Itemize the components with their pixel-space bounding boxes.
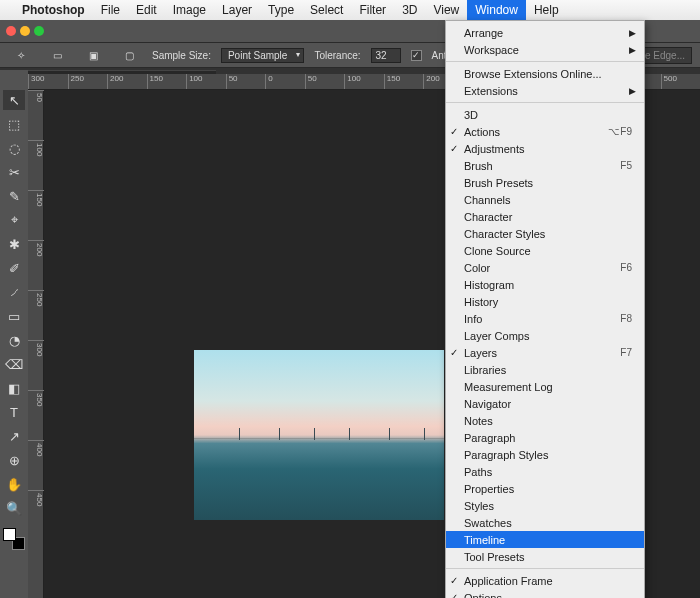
tool-button[interactable]: ✱	[3, 234, 25, 254]
menu-filter[interactable]: Filter	[351, 0, 394, 20]
menu-item-actions[interactable]: ✓Actions⌥F9	[446, 123, 644, 140]
tool-button[interactable]: ✐	[3, 258, 25, 278]
menu-item-timeline[interactable]: Timeline	[446, 531, 644, 548]
ruler-tick: 500	[661, 74, 701, 90]
menu-help[interactable]: Help	[526, 0, 567, 20]
menu-image[interactable]: Image	[165, 0, 214, 20]
menu-item-adjustments[interactable]: ✓Adjustments	[446, 140, 644, 157]
tool-button[interactable]: ↖	[3, 90, 25, 110]
menu-item-label: Navigator	[464, 398, 511, 410]
menu-item-label: Info	[464, 313, 482, 325]
menu-item-channels[interactable]: Channels	[446, 191, 644, 208]
menu-item-workspace[interactable]: Workspace▶	[446, 41, 644, 58]
tool-button[interactable]: ✎	[3, 186, 25, 206]
menu-item-styles[interactable]: Styles	[446, 497, 644, 514]
shortcut-label: F8	[620, 313, 632, 324]
menu-item-label: Arrange	[464, 27, 503, 39]
ruler-vertical[interactable]: 50100150200250300350400450	[28, 90, 44, 598]
tool-button[interactable]: ▭	[3, 306, 25, 326]
menu-edit[interactable]: Edit	[128, 0, 165, 20]
menu-item-history[interactable]: History	[446, 293, 644, 310]
menu-select[interactable]: Select	[302, 0, 351, 20]
tool-button[interactable]: ◌	[3, 138, 25, 158]
color-swatch[interactable]	[3, 528, 25, 550]
submenu-arrow-icon: ▶	[629, 45, 636, 55]
selection-add-icon[interactable]: ▣	[80, 44, 106, 66]
menu-file[interactable]: File	[93, 0, 128, 20]
ruler-tick: 250	[28, 290, 44, 340]
menu-item-paragraph[interactable]: Paragraph	[446, 429, 644, 446]
tool-button[interactable]: ⌫	[3, 354, 25, 374]
menu-item-label: Swatches	[464, 517, 512, 529]
tool-button[interactable]: T	[3, 402, 25, 422]
menu-3d[interactable]: 3D	[394, 0, 425, 20]
menu-item-brush-presets[interactable]: Brush Presets	[446, 174, 644, 191]
menu-item-clone-source[interactable]: Clone Source	[446, 242, 644, 259]
menu-item-label: Extensions	[464, 85, 518, 97]
menu-item-arrange[interactable]: Arrange▶	[446, 24, 644, 41]
tool-button[interactable]: 🔍	[3, 498, 25, 518]
menu-item-layers[interactable]: ✓LayersF7	[446, 344, 644, 361]
menu-item-label: Layers	[464, 347, 497, 359]
menu-item-navigator[interactable]: Navigator	[446, 395, 644, 412]
menu-window[interactable]: Window	[467, 0, 526, 20]
menu-item-options[interactable]: ✓Options	[446, 589, 644, 598]
menu-item-paths[interactable]: Paths	[446, 463, 644, 480]
tolerance-input[interactable]: 32	[371, 48, 401, 63]
minimize-icon[interactable]	[20, 26, 30, 36]
tool-button[interactable]: ✋	[3, 474, 25, 494]
menu-item-label: Paragraph	[464, 432, 515, 444]
menu-item-histogram[interactable]: Histogram	[446, 276, 644, 293]
tool-button[interactable]: ⊕	[3, 450, 25, 470]
tool-button[interactable]: ⌖	[3, 210, 25, 230]
menu-item-label: Adjustments	[464, 143, 525, 155]
tool-button[interactable]: ◧	[3, 378, 25, 398]
app-name[interactable]: Photoshop	[14, 3, 93, 17]
menu-item-character-styles[interactable]: Character Styles	[446, 225, 644, 242]
sample-size-select[interactable]: Point Sample	[221, 48, 304, 63]
menu-item-application-frame[interactable]: ✓Application Frame	[446, 572, 644, 589]
menu-item-label: Brush Presets	[464, 177, 533, 189]
menu-item-info[interactable]: InfoF8	[446, 310, 644, 327]
menu-item-label: Brush	[464, 160, 493, 172]
menu-item-libraries[interactable]: Libraries	[446, 361, 644, 378]
canvas-image[interactable]	[194, 350, 444, 520]
ruler-tick: 250	[68, 74, 108, 90]
check-icon: ✓	[450, 347, 458, 358]
menu-type[interactable]: Type	[260, 0, 302, 20]
menu-item-layer-comps[interactable]: Layer Comps	[446, 327, 644, 344]
check-icon: ✓	[450, 143, 458, 154]
menu-item-color[interactable]: ColorF6	[446, 259, 644, 276]
close-icon[interactable]	[6, 26, 16, 36]
menu-view[interactable]: View	[425, 0, 467, 20]
tool-button[interactable]: ⟋	[3, 282, 25, 302]
selection-mode-icon[interactable]: ▭	[44, 44, 70, 66]
ruler-tick: 450	[28, 490, 44, 540]
magic-wand-icon[interactable]: ✧	[8, 44, 34, 66]
menu-item-brush[interactable]: BrushF5	[446, 157, 644, 174]
menu-item-paragraph-styles[interactable]: Paragraph Styles	[446, 446, 644, 463]
ruler-tick: 300	[28, 340, 44, 390]
ruler-tick: 150	[384, 74, 424, 90]
menu-item-label: Workspace	[464, 44, 519, 56]
antialias-checkbox[interactable]: ✓	[411, 50, 422, 61]
menu-item-swatches[interactable]: Swatches	[446, 514, 644, 531]
menu-item-character[interactable]: Character	[446, 208, 644, 225]
tool-button[interactable]: ◔	[3, 330, 25, 350]
menu-item-notes[interactable]: Notes	[446, 412, 644, 429]
tool-button[interactable]: ↗	[3, 426, 25, 446]
menu-item-label: Character Styles	[464, 228, 545, 240]
selection-subtract-icon[interactable]: ▢	[116, 44, 142, 66]
menu-item-extensions[interactable]: Extensions▶	[446, 82, 644, 99]
menu-item-properties[interactable]: Properties	[446, 480, 644, 497]
menu-layer[interactable]: Layer	[214, 0, 260, 20]
menu-item-browse-extensions-online-[interactable]: Browse Extensions Online...	[446, 65, 644, 82]
ruler-tick: 150	[147, 74, 187, 90]
menu-item-label: Libraries	[464, 364, 506, 376]
menu-item-measurement-log[interactable]: Measurement Log	[446, 378, 644, 395]
maximize-icon[interactable]	[34, 26, 44, 36]
menu-item-3d[interactable]: 3D	[446, 106, 644, 123]
menu-item-tool-presets[interactable]: Tool Presets	[446, 548, 644, 565]
tool-button[interactable]: ✂	[3, 162, 25, 182]
tool-button[interactable]: ⬚	[3, 114, 25, 134]
